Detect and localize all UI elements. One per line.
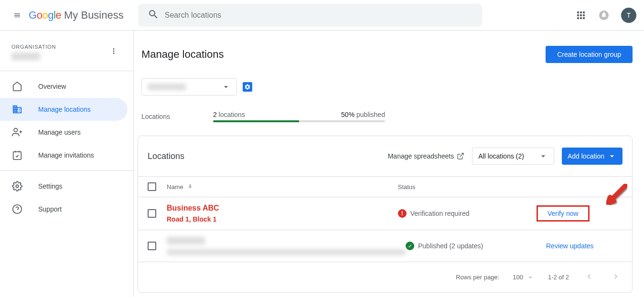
sidebar-item-manage-invitations[interactable]: Manage invitations xyxy=(0,144,128,167)
add-location-button[interactable]: Add location xyxy=(562,148,623,165)
logo-suffix: My Business xyxy=(64,9,124,21)
page-range: 1-2 of 2 xyxy=(548,274,569,281)
nav-label: Overview xyxy=(38,83,66,90)
review-updates-link[interactable]: Review updates xyxy=(537,242,594,250)
check-icon: ✓ xyxy=(406,242,414,250)
pagination: Rows per page: 100 1-2 of 2 xyxy=(138,262,632,292)
org-name-redacted xyxy=(11,53,40,60)
notifications-icon[interactable] xyxy=(594,6,613,25)
chevron-down-icon xyxy=(607,151,617,161)
row-checkbox[interactable] xyxy=(148,209,156,218)
sort-down-icon[interactable] xyxy=(186,183,194,191)
sidebar-item-support[interactable]: Support xyxy=(0,198,128,221)
location-count: 2 xyxy=(213,111,217,118)
org-label: ORGANISATION xyxy=(11,44,56,50)
status-text: Verification required xyxy=(410,210,470,217)
sidebar-item-settings[interactable]: Settings xyxy=(0,175,128,198)
calendar-icon xyxy=(11,149,23,161)
gear-icon xyxy=(11,180,23,192)
publish-percent: 50% xyxy=(341,111,354,118)
location-address-redacted xyxy=(167,249,406,255)
nav-label: Manage users xyxy=(38,128,81,136)
col-status-header: Status xyxy=(398,183,537,191)
group-selector-dropdown[interactable] xyxy=(141,78,237,95)
apps-icon[interactable] xyxy=(571,6,590,25)
svg-rect-4 xyxy=(13,152,21,160)
app-header: Google My Business T xyxy=(0,0,644,31)
location-name[interactable]: Business ABC xyxy=(167,204,219,212)
filter-dropdown[interactable]: All locations (2) xyxy=(472,148,554,165)
table-row: Business ABC Road 1, Block 1 ! Verificat… xyxy=(138,197,632,230)
progress-label: Locations xyxy=(141,113,170,120)
chevron-down-icon xyxy=(538,151,548,161)
row-checkbox[interactable] xyxy=(148,242,156,250)
locations-card: Locations Manage spreadsheets All locati… xyxy=(138,136,633,293)
nav-label: Manage locations xyxy=(38,106,91,113)
sidebar: ORGANISATION Overview Manage locations M… xyxy=(0,31,134,297)
location-address: Road 1, Block 1 xyxy=(167,215,216,223)
sidebar-item-manage-locations[interactable]: Manage locations xyxy=(0,98,128,121)
page-title: Manage locations xyxy=(141,48,224,61)
col-name-header[interactable]: Name xyxy=(167,183,183,191)
nav-label: Manage invitations xyxy=(38,151,94,159)
chevron-down-icon xyxy=(221,82,231,92)
account-avatar[interactable]: T xyxy=(621,8,636,23)
nav-label: Settings xyxy=(38,182,63,190)
manage-spreadsheets-link[interactable]: Manage spreadsheets xyxy=(388,152,465,160)
prev-page-icon[interactable] xyxy=(582,270,596,285)
hamburger-menu-icon[interactable] xyxy=(8,6,27,25)
rows-per-page-label: Rows per page: xyxy=(456,274,499,281)
main-content: Manage locations Create location group L… xyxy=(134,31,644,297)
search-icon xyxy=(142,9,165,22)
search-input[interactable] xyxy=(165,11,478,20)
progress-bar xyxy=(213,120,385,122)
group-name-redacted xyxy=(148,84,186,90)
chevron-down-icon xyxy=(526,273,535,282)
search-box[interactable] xyxy=(138,4,482,27)
external-link-icon xyxy=(457,152,464,160)
logo[interactable]: Google My Business xyxy=(29,9,124,21)
table-row: ✓ Published (2 updates) Review updates xyxy=(138,230,632,262)
rows-per-page-selector[interactable]: 100 xyxy=(513,273,535,282)
google-logo: Google xyxy=(29,9,61,21)
error-icon: ! xyxy=(398,209,407,218)
org-more-icon[interactable] xyxy=(106,43,122,61)
card-title: Locations xyxy=(148,151,184,161)
sidebar-item-manage-users[interactable]: Manage users xyxy=(0,121,128,144)
help-icon xyxy=(11,203,23,215)
sidebar-item-overview[interactable]: Overview xyxy=(0,75,128,98)
nav-label: Support xyxy=(38,205,62,213)
next-page-icon[interactable] xyxy=(609,270,623,285)
svg-line-10 xyxy=(460,153,463,157)
group-settings-icon[interactable] xyxy=(243,82,252,92)
table-header: Name Status xyxy=(138,176,632,197)
svg-point-1 xyxy=(14,128,17,132)
user-add-icon xyxy=(11,127,23,138)
status-text: Published (2 updates) xyxy=(418,242,483,250)
location-name-redacted[interactable] xyxy=(167,237,205,244)
create-location-group-button[interactable]: Create location group xyxy=(546,46,633,63)
verify-now-link[interactable]: Verify now xyxy=(537,205,590,222)
home-icon xyxy=(11,81,23,92)
svg-point-7 xyxy=(16,185,19,188)
building-icon xyxy=(11,104,23,115)
select-all-checkbox[interactable] xyxy=(148,182,156,191)
